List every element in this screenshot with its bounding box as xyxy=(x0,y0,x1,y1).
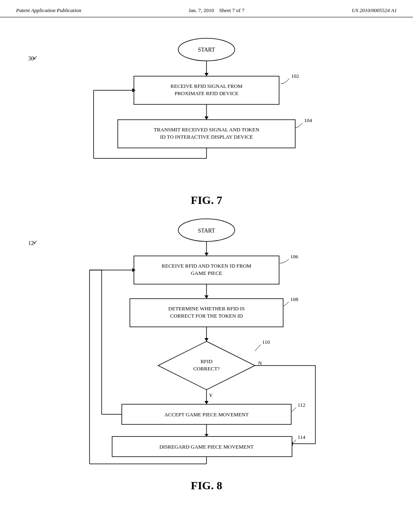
fig8-flowchart: START RECEIVE RFID AND TOKEN ID FROM GAM… xyxy=(33,214,380,472)
fig7-title: FIG. 7 xyxy=(24,194,389,207)
fig8-no-label: N xyxy=(258,360,262,366)
fig7-box104-line1: TRANSMIT RECEIVED SIGNAL AND TOKEN xyxy=(154,127,259,133)
fig8-arrow-label: ↙ xyxy=(33,239,38,245)
fig8-ref110: 110 xyxy=(262,339,270,345)
fig8-diamond-line1: RFID xyxy=(200,358,213,364)
fig8-ref114: 114 xyxy=(298,434,306,440)
svg-marker-2 xyxy=(204,73,209,76)
svg-marker-5 xyxy=(204,116,209,120)
fig8-ref112: 112 xyxy=(298,402,305,408)
svg-marker-14 xyxy=(204,253,209,256)
fig8-box114-text: DISREGARD GAME PIECE MOVEMENT xyxy=(159,444,254,450)
fig7-arrow-label: ↙ xyxy=(33,54,38,61)
fig8-box112-text: ACCEPT GAME PIECE MOVEMENT xyxy=(165,411,249,418)
svg-marker-17 xyxy=(204,295,209,299)
fig8-diamond-line2: CORRECT? xyxy=(193,366,220,372)
fig7-flowchart: START RECEIVE RFID SIGNAL FROM PROXIMATE… xyxy=(33,29,380,187)
fig8-box108-line1: DETERMINE WHETHER RFID IS xyxy=(168,305,244,312)
fig8-start-label: START xyxy=(198,228,215,234)
fig8-box106-line1: RECEIVE RFID AND TOKEN ID FROM xyxy=(162,263,252,269)
svg-marker-20 xyxy=(204,338,209,341)
svg-marker-23 xyxy=(204,401,209,404)
fig8-title: FIG. 8 xyxy=(24,479,389,492)
fig7-ref104: 104 xyxy=(304,117,312,123)
fig7-box102-line1: RECEIVE RFID SIGNAL FROM xyxy=(171,83,243,89)
header-publication: Patent Application Publication xyxy=(16,7,81,14)
fig8-section: 12 ↙ START RECEIVE RFID AND TOKEN ID FRO… xyxy=(24,214,389,492)
fig7-start-label: START xyxy=(198,47,215,53)
page-content: 30 ↙ START RECEIVE RFID SIGNAL FROM PROX… xyxy=(0,17,413,511)
fig8-box106-line2: GAME PIECE xyxy=(191,270,222,276)
fig8-yes-label: Y xyxy=(209,392,213,398)
fig7-box104-line2: ID TO INTERACTIVE DISPLAY DEVICE xyxy=(160,134,253,140)
fig8-ref106: 106 xyxy=(290,254,298,260)
fig7-box102-line2: PROXIMATE RFID DEVICE xyxy=(175,90,238,96)
header-date: Jan. 7, 2010 xyxy=(189,7,214,13)
header-sheet: Sheet 7 of 7 xyxy=(219,7,244,13)
header-patent-number: US 2010/0005524 A1 xyxy=(352,7,397,14)
svg-marker-30 xyxy=(204,434,209,436)
fig7-ref102: 102 xyxy=(291,73,299,79)
fig8-box108-line2: CORRECT FOR THE TOKEN ID xyxy=(170,313,243,319)
fig8-ref108: 108 xyxy=(290,296,298,302)
fig7-section: 30 ↙ START RECEIVE RFID SIGNAL FROM PROX… xyxy=(24,29,389,207)
header-date-sheet: Jan. 7, 2010 Sheet 7 of 7 xyxy=(189,7,244,14)
page-header: Patent Application Publication Jan. 7, 2… xyxy=(0,0,413,17)
